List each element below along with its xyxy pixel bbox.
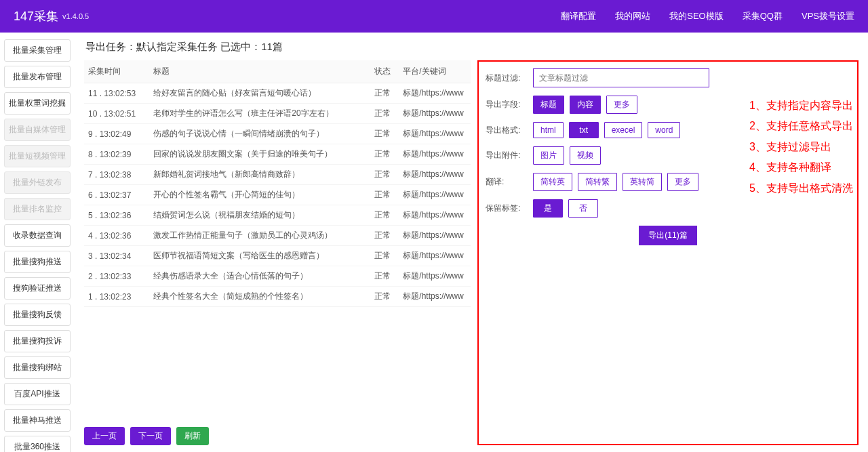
col-header: 状态 <box>370 60 399 83</box>
topnav-item-0[interactable]: 翻译配置 <box>561 10 596 22</box>
table-row[interactable]: 2 . 13:02:33经典伤感语录大全（适合心情低落的句子）正常标题/http… <box>84 266 471 287</box>
table-wrap: 采集时间标题状态平台/关键词 11 . 13:02:53给好友留言的随心贴（好友… <box>84 60 471 445</box>
attach-group: 图片视频 <box>533 146 601 165</box>
task-table: 采集时间标题状态平台/关键词 11 . 13:02:53给好友留言的随心贴（好友… <box>84 60 471 307</box>
refresh-button[interactable]: 刷新 <box>176 427 209 445</box>
translate-opt-3[interactable]: 更多 <box>667 173 698 191</box>
table-row[interactable]: 6 . 13:02:37开心的个性签名霸气（开心简短的佳句）正常标题/https… <box>84 185 471 205</box>
topnav-item-3[interactable]: 采集QQ群 <box>743 10 783 22</box>
sidebar-item-11[interactable]: 批量搜狗投诉 <box>4 330 71 352</box>
translate-opt-2[interactable]: 英转简 <box>623 173 662 191</box>
table-row[interactable]: 7 . 13:02:38新郎婚礼贺词接地气（新郎高情商致辞）正常标题/https… <box>84 165 471 185</box>
keeptag-opt-0[interactable]: 是 <box>533 199 563 218</box>
table-row[interactable]: 9 . 13:02:49伤感的句子说说心情（一瞬间情绪崩溃的句子）正常标题/ht… <box>84 124 471 144</box>
translate-opt-1[interactable]: 简转繁 <box>578 173 617 191</box>
topnav-item-4[interactable]: VPS拨号设置 <box>802 10 854 22</box>
table-row[interactable]: 4 . 13:02:36激发工作热情正能量句子（激励员工的心灵鸡汤）正常标题/h… <box>84 226 471 246</box>
title-filter-input[interactable] <box>533 68 709 87</box>
attach-label: 导出附件: <box>486 150 526 161</box>
sidebar-item-3: 批量自媒体管理 <box>4 119 71 141</box>
pager: 上一页 下一页 刷新 <box>84 416 471 445</box>
table-row[interactable]: 5 . 13:02:36结婚贺词怎么说（祝福朋友结婚的短句）正常标题/https… <box>84 205 471 226</box>
fields-opt-1[interactable]: 内容 <box>570 96 601 114</box>
format-opt-2[interactable]: execel <box>604 122 643 138</box>
col-header: 采集时间 <box>84 60 149 83</box>
format-label: 导出格式: <box>486 125 526 136</box>
col-header: 平台/关键词 <box>399 60 471 83</box>
sidebar: 批量采集管理批量发布管理批量权重词挖掘批量自媒体管理批量短视频管理批量外链发布批… <box>0 33 75 452</box>
topnav-item-2[interactable]: 我的SEO模版 <box>669 10 723 22</box>
table-row[interactable]: 8 . 13:02:39回家的说说发朋友圈文案（关于归途的唯美句子）正常标题/h… <box>84 144 471 165</box>
page-title: 导出任务：默认指定采集任务 已选中：11篇 <box>85 41 859 54</box>
sidebar-item-5: 批量外链发布 <box>4 171 71 194</box>
sidebar-item-2[interactable]: 批量权重词挖掘 <box>4 92 71 115</box>
sidebar-item-13[interactable]: 百度API推送 <box>4 383 71 405</box>
annotations: 1、支持指定内容导出2、支持任意格式导出3、支持过滤导出4、支持各种翻译5、支持… <box>749 96 853 199</box>
sidebar-item-14[interactable]: 批量神马推送 <box>4 409 71 432</box>
translate-opt-0[interactable]: 简转英 <box>533 173 572 191</box>
topbar: 147采集 v1.4.0.5 翻译配置我的网站我的SEO模版采集QQ群VPS拨号… <box>0 0 868 33</box>
fields-opt-2[interactable]: 更多 <box>606 96 637 114</box>
format-group: htmltxtexecelword <box>533 122 680 138</box>
export-button[interactable]: 导出(11)篇 <box>639 226 696 245</box>
format-opt-3[interactable]: word <box>648 122 680 138</box>
table-row[interactable]: 11 . 13:02:53给好友留言的随心贴（好友留言短句暖心话）正常标题/ht… <box>84 83 471 104</box>
sidebar-item-9[interactable]: 搜狗验证推送 <box>4 277 71 300</box>
attach-opt-1[interactable]: 视频 <box>570 146 601 165</box>
format-opt-1[interactable]: txt <box>569 122 599 138</box>
main: 导出任务：默认指定采集任务 已选中：11篇 采集时间标题状态平台/关键词 11 … <box>75 33 868 452</box>
sidebar-item-8[interactable]: 批量搜狗推送 <box>4 251 71 273</box>
fields-group: 标题内容更多 <box>533 96 637 114</box>
sidebar-item-12[interactable]: 批量搜狗绑站 <box>4 356 71 379</box>
fields-label: 导出字段: <box>486 99 526 110</box>
translate-group: 简转英简转繁英转简更多 <box>533 173 698 191</box>
sidebar-item-7[interactable]: 收录数据查询 <box>4 224 71 247</box>
filter-label: 标题过滤: <box>486 73 526 84</box>
version: v1.4.0.5 <box>62 12 89 20</box>
attach-opt-0[interactable]: 图片 <box>533 146 564 165</box>
keeptag-opt-1[interactable]: 否 <box>568 199 598 218</box>
sidebar-item-0[interactable]: 批量采集管理 <box>4 39 71 62</box>
table-row[interactable]: 1 . 13:02:23经典个性签名大全（简短成熟的个性签名）正常标题/http… <box>84 287 471 307</box>
sidebar-item-6: 批量排名监控 <box>4 198 71 220</box>
topnav: 翻译配置我的网站我的SEO模版采集QQ群VPS拨号设置 <box>561 10 854 22</box>
next-button[interactable]: 下一页 <box>130 427 171 445</box>
brand: 147采集 <box>14 8 58 24</box>
export-panel: 标题过滤: 导出字段:标题内容更多 导出格式:htmltxtexecelword… <box>477 60 859 445</box>
col-header: 标题 <box>149 60 370 83</box>
table-row[interactable]: 10 . 13:02:51老师对学生的评语怎么写（班主任评语20字左右）正常标题… <box>84 104 471 124</box>
sidebar-item-15[interactable]: 批量360推送 <box>4 436 71 452</box>
sidebar-item-4: 批量短视频管理 <box>4 145 71 167</box>
format-opt-0[interactable]: html <box>533 122 564 138</box>
translate-label: 翻译: <box>486 176 526 188</box>
keeptag-group: 是否 <box>533 199 598 218</box>
fields-opt-0[interactable]: 标题 <box>533 96 564 114</box>
topnav-item-1[interactable]: 我的网站 <box>615 10 650 22</box>
table-row[interactable]: 3 . 13:02:34医师节祝福语简短文案（写给医生的感恩赠言）正常标题/ht… <box>84 246 471 266</box>
keeptag-label: 保留标签: <box>486 203 526 214</box>
sidebar-item-1[interactable]: 批量发布管理 <box>4 66 71 88</box>
sidebar-item-10[interactable]: 批量搜狗反馈 <box>4 304 71 326</box>
prev-button[interactable]: 上一页 <box>84 427 125 445</box>
